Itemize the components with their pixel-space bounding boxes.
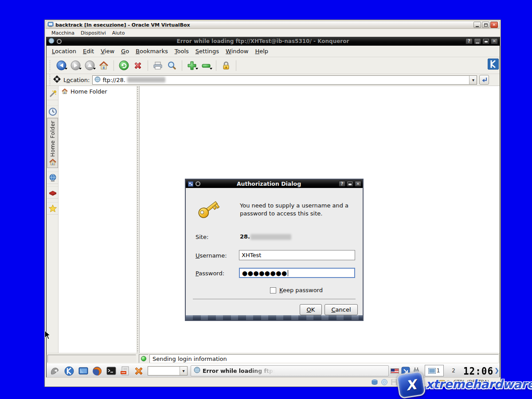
vbox-menu-aiuto[interactable]: Aiuto (112, 30, 125, 36)
redacted-site (250, 234, 291, 240)
panel-clock[interactable]: 12:06 (464, 365, 493, 377)
vbox-harddisk-icon[interactable] (371, 379, 378, 387)
window-pin-icon[interactable] (196, 181, 200, 186)
menu-settings[interactable]: Settings (196, 48, 219, 55)
pager-label: 1 (437, 368, 440, 374)
sidebar-tab-root-folder[interactable] (47, 186, 58, 199)
reload-button[interactable] (118, 60, 129, 71)
konqueror-toolbar (47, 57, 500, 74)
pager-desktop-1[interactable]: 1 (425, 365, 444, 376)
menu-tools[interactable]: Tools (175, 48, 189, 55)
zoom-out-button[interactable] (200, 60, 212, 71)
konqueror-minimize-button[interactable] (474, 38, 481, 44)
toolbar-separator (216, 60, 216, 71)
security-lock-button[interactable] (220, 60, 232, 71)
username-field[interactable]: XHTest (239, 250, 355, 260)
forward-button[interactable] (70, 60, 81, 71)
sidebar-tab-bookmarks[interactable] (47, 202, 58, 215)
konqueror-close-button[interactable]: ✕ (491, 38, 498, 44)
password-value: ●●●●●●●● (242, 270, 287, 277)
combobox-dropdown-button[interactable]: ▾ (180, 367, 187, 375)
cancel-button[interactable]: Cancel (325, 304, 358, 315)
vbox-cdrom-icon[interactable] (381, 379, 388, 387)
konqueror-titlebar[interactable]: Error while loading ftp://XHTest@ib-nas5… (47, 37, 500, 46)
sidebar-splitter[interactable] (136, 86, 139, 353)
konqueror-maximize-button[interactable] (482, 38, 489, 44)
clear-location-icon[interactable] (53, 75, 61, 85)
menu-help[interactable]: Help (255, 48, 268, 55)
zoom-in-button[interactable] (186, 60, 198, 71)
print-button[interactable] (152, 60, 164, 71)
panel-hide-arrow[interactable]: ❯ (494, 367, 499, 374)
konqueror-help-button[interactable]: ? (466, 38, 473, 44)
green-led-icon (141, 356, 146, 361)
sidebar-tab-network[interactable] (47, 172, 58, 184)
dialog-separator (193, 299, 356, 299)
konqueror-locationbar: Location: ftp://28. ▾ (47, 74, 500, 86)
home-button[interactable] (98, 60, 110, 71)
password-field[interactable]: ●●●●●●●● (239, 268, 355, 278)
password-label: Password: (196, 270, 224, 277)
vbox-menubar: Macchina Dispositivi Aiuto (46, 29, 499, 37)
taskbar-task-konqueror[interactable]: Error while loading ftp:/ (191, 365, 389, 376)
location-input[interactable]: ftp://28. ▾ (92, 75, 477, 85)
task-label: Error while loading ftp:/ (203, 368, 277, 374)
vbox-maximize-button[interactable] (482, 22, 489, 28)
kde-panel: ▾ Error while loading ftp:/ 1 2 12:06 ❯ (47, 364, 500, 377)
site-value: 28. (240, 233, 250, 240)
vbox-menu-dispositivi[interactable]: Dispositivi (81, 30, 106, 36)
menu-go[interactable]: Go (121, 48, 129, 55)
xtremehardware-watermark: xtremehardware.it (426, 377, 532, 391)
dialog-maximize-button[interactable] (347, 181, 353, 187)
desktop-launcher[interactable] (77, 365, 89, 377)
location-dropdown-button[interactable]: ▾ (469, 76, 477, 84)
up-button[interactable] (84, 60, 95, 71)
stop-button[interactable] (132, 60, 144, 71)
sidebar-tab-history[interactable] (47, 106, 58, 118)
go-button[interactable] (479, 75, 489, 85)
virtualbox-app-icon (47, 21, 54, 29)
ftp-site-icon (94, 76, 101, 84)
xchat-launcher[interactable] (133, 365, 145, 377)
pager-desktop-2[interactable]: 2 (444, 365, 463, 376)
sidebar-panel: Home Folder (59, 86, 136, 353)
menu-bookmarks[interactable]: Bookmarks (136, 48, 168, 55)
username-value: XHTest (242, 252, 261, 258)
sidebar-tab-home-folder[interactable]: Home Folder (47, 118, 58, 168)
menu-view[interactable]: View (101, 48, 114, 55)
sidebar-item-home-folder[interactable]: Home Folder (59, 86, 136, 95)
find-button[interactable] (166, 60, 178, 71)
konqueror-launcher[interactable] (63, 365, 75, 377)
menu-edit[interactable]: Edit (83, 48, 94, 55)
rss-launcher[interactable] (119, 365, 131, 377)
menu-window[interactable]: Window (226, 48, 248, 55)
sidebar-tab-wizard[interactable] (47, 88, 58, 100)
vbox-titlebar[interactable]: backtrack [In esecuzione] - Oracle VM Vi… (46, 21, 500, 29)
konsole-launcher[interactable] (105, 365, 117, 377)
toolbar-grip[interactable] (49, 60, 51, 71)
dialog-bottom-decoration (186, 315, 363, 320)
firefox-launcher[interactable] (91, 365, 103, 377)
dialog-help-button[interactable]: ? (339, 181, 345, 187)
key-icon (195, 196, 222, 224)
dialog-close-button[interactable]: ✕ (355, 181, 361, 187)
back-button[interactable] (55, 60, 67, 71)
toolbar-grip[interactable] (49, 74, 51, 86)
dialog-titlebar[interactable]: Authorization Dialog ? ✕ (186, 180, 363, 188)
dialog-title: Authorization Dialog (200, 180, 337, 187)
panel-combobox[interactable]: ▾ (148, 366, 188, 376)
vbox-close-button[interactable]: ✕ (490, 22, 498, 28)
konqueror-body: Home Folder Home Folder (47, 86, 500, 353)
minimize-icon (476, 26, 479, 27)
kmenu-button[interactable] (49, 365, 61, 377)
dialog-message: You need to supply a username and a pass… (240, 202, 357, 218)
vm-screen: Error while loading ftp://XHTest@ib-nas5… (46, 37, 500, 377)
keep-password-label[interactable]: Keep password (279, 287, 323, 293)
vbox-menu-macchina[interactable]: Macchina (51, 30, 74, 36)
ok-button[interactable]: OK (300, 304, 322, 315)
vbox-minimize-button[interactable] (473, 22, 481, 28)
location-value: ftp://28. (102, 77, 125, 83)
menu-location[interactable]: Location (52, 48, 76, 55)
window-pin-icon[interactable] (57, 39, 62, 44)
keep-password-checkbox[interactable] (270, 287, 276, 293)
